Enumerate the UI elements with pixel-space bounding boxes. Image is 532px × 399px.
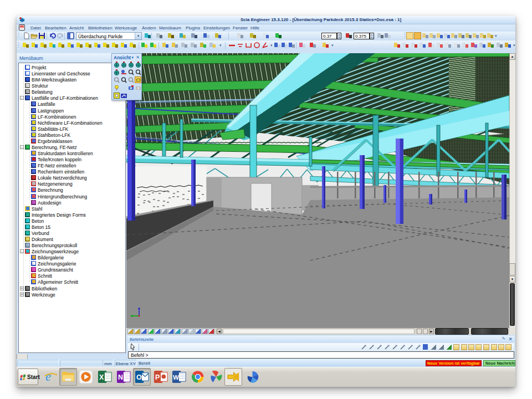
svg-text:N: N <box>118 374 123 381</box>
svg-text:W: W <box>173 374 179 381</box>
svg-text:O: O <box>136 374 142 381</box>
svg-text:e: e <box>45 370 51 383</box>
svg-text:X: X <box>99 374 104 381</box>
svg-text:P: P <box>155 374 160 381</box>
